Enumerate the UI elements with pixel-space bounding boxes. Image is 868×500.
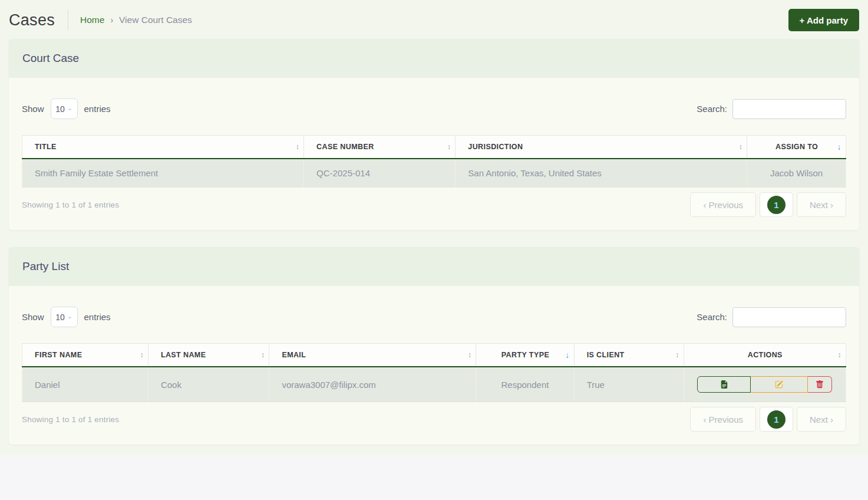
- chevron-down-icon: ⌄: [67, 105, 72, 111]
- court-case-search: Search:: [697, 99, 846, 119]
- party-list-panel: Party List Show 10 ⌄ entries Search:: [9, 247, 859, 445]
- court-case-summary: Showing 1 to 1 of 1 entries: [22, 200, 119, 209]
- trash-icon: [816, 380, 824, 389]
- page-size-value: 10: [55, 312, 65, 322]
- court-case-panel-body: Show 10 ⌄ entries Search:: [9, 78, 859, 230]
- column-header-actions[interactable]: ACTIONS ↕: [684, 344, 846, 367]
- next-button[interactable]: Next ›: [797, 192, 846, 217]
- document-icon: [720, 380, 728, 389]
- search-label: Search:: [697, 312, 727, 322]
- column-header-first-name[interactable]: FIRST NAME ↕: [22, 344, 148, 367]
- page-size-value: 10: [55, 104, 65, 114]
- court-case-controls: Show 10 ⌄ entries Search:: [22, 98, 846, 119]
- party-list-search: Search:: [697, 307, 846, 327]
- court-case-table-footer: Showing 1 to 1 of 1 entries ‹ Previous 1…: [22, 192, 846, 217]
- view-document-button[interactable]: [697, 376, 751, 393]
- edit-pencil-icon: [775, 380, 783, 389]
- breadcrumb-current: View Court Cases: [119, 15, 192, 25]
- sort-icon: ↕: [675, 351, 679, 359]
- breadcrumb: Home › View Court Cases: [80, 15, 192, 25]
- chevron-down-icon: ⌄: [67, 313, 72, 320]
- cell-title: Smith Family Estate Settlement: [22, 159, 304, 188]
- party-row: Daniel Cook vorawa3007@filipx.com Respon…: [22, 367, 846, 402]
- party-list-table: FIRST NAME ↕ LAST NAME ↕ EMAIL ↕ PARTY: [22, 343, 846, 402]
- entries-label: entries: [84, 104, 111, 114]
- court-case-panel-header: Court Case: [9, 39, 859, 78]
- court-case-show-entries: Show 10 ⌄ entries: [22, 98, 111, 119]
- party-list-page-size-select[interactable]: 10 ⌄: [51, 307, 78, 327]
- court-case-search-input[interactable]: [732, 99, 846, 119]
- party-list-panel-body: Show 10 ⌄ entries Search:: [9, 286, 859, 445]
- cell-actions: [684, 367, 846, 402]
- entries-label: entries: [84, 312, 111, 322]
- page-container: Cases Home › View Court Cases + Add part…: [0, 0, 868, 455]
- sort-desc-icon: ↓: [565, 350, 569, 360]
- cell-party-type: Respondent: [476, 367, 574, 402]
- page-title: Cases: [9, 11, 55, 29]
- cell-case-number: QC-2025-014: [304, 159, 456, 188]
- add-party-button[interactable]: + Add party: [788, 9, 859, 31]
- cell-jurisdiction: San Antonio, Texas, United States: [456, 159, 747, 188]
- cell-first-name: Daniel: [22, 367, 148, 402]
- current-page-badge: 1: [767, 196, 786, 214]
- column-header-is-client[interactable]: IS CLIENT ↕: [574, 344, 684, 367]
- delete-party-button[interactable]: [808, 376, 832, 393]
- court-case-header-row: TITLE ↕ CASE NUMBER ↕ JURISDICTION ↕ A: [22, 136, 846, 159]
- party-list-title: Party List: [22, 260, 846, 273]
- court-case-panel: Court Case Show 10 ⌄ entries Search:: [9, 39, 859, 230]
- court-case-row: Smith Family Estate Settlement QC-2025-0…: [22, 159, 846, 188]
- court-case-table: TITLE ↕ CASE NUMBER ↕ JURISDICTION ↕ A: [22, 135, 846, 188]
- current-page-badge: 1: [767, 410, 786, 429]
- column-header-case-number[interactable]: CASE NUMBER ↕: [304, 136, 456, 159]
- party-list-search-input[interactable]: [732, 307, 846, 327]
- party-list-table-footer: Showing 1 to 1 of 1 entries ‹ Previous 1…: [22, 407, 846, 432]
- title-divider: [68, 10, 68, 30]
- column-header-title[interactable]: TITLE ↕: [22, 136, 304, 159]
- breadcrumb-separator-icon: ›: [110, 15, 113, 25]
- page-1-button[interactable]: 1: [760, 192, 793, 217]
- edit-party-button[interactable]: [751, 376, 808, 393]
- top-bar: Cases Home › View Court Cases + Add part…: [9, 6, 859, 34]
- sort-icon: ↕: [447, 143, 451, 151]
- previous-button[interactable]: ‹ Previous: [690, 407, 756, 432]
- show-label: Show: [22, 312, 44, 322]
- column-header-email[interactable]: EMAIL ↕: [269, 344, 476, 367]
- sort-icon: ↕: [296, 143, 299, 151]
- sort-icon: ↕: [739, 143, 742, 151]
- show-label: Show: [22, 104, 44, 114]
- column-header-party-type[interactable]: PARTY TYPE ↓: [476, 344, 574, 367]
- row-action-group: [697, 376, 832, 393]
- search-label: Search:: [697, 104, 727, 114]
- court-case-title: Court Case: [22, 52, 846, 65]
- cell-is-client: True: [574, 367, 684, 402]
- sort-desc-icon: ↓: [837, 142, 841, 152]
- cell-last-name: Cook: [148, 367, 269, 402]
- cell-email: vorawa3007@filipx.com: [269, 367, 476, 402]
- court-case-pagination: ‹ Previous 1 Next ›: [690, 192, 846, 217]
- page-1-button[interactable]: 1: [760, 407, 793, 432]
- sort-icon: ↕: [261, 351, 265, 359]
- sort-icon: ↕: [838, 351, 841, 359]
- party-list-pagination: ‹ Previous 1 Next ›: [690, 407, 846, 432]
- party-list-panel-header: Party List: [9, 247, 859, 286]
- column-header-jurisdiction[interactable]: JURISDICTION ↕: [456, 136, 747, 159]
- breadcrumb-home-link[interactable]: Home: [80, 15, 104, 25]
- column-header-assign-to[interactable]: ASSIGN TO ↓: [747, 136, 846, 159]
- court-case-page-size-select[interactable]: 10 ⌄: [51, 98, 78, 119]
- party-list-header-row: FIRST NAME ↕ LAST NAME ↕ EMAIL ↕ PARTY: [22, 344, 846, 367]
- sort-icon: ↕: [140, 351, 143, 359]
- cell-assign-to: Jacob Wilson: [747, 159, 846, 188]
- sort-icon: ↕: [468, 351, 471, 359]
- previous-button[interactable]: ‹ Previous: [690, 192, 756, 217]
- column-header-last-name[interactable]: LAST NAME ↕: [148, 344, 269, 367]
- party-list-show-entries: Show 10 ⌄ entries: [22, 307, 111, 327]
- party-list-summary: Showing 1 to 1 of 1 entries: [22, 415, 119, 424]
- party-list-controls: Show 10 ⌄ entries Search:: [22, 307, 846, 327]
- next-button[interactable]: Next ›: [797, 407, 846, 432]
